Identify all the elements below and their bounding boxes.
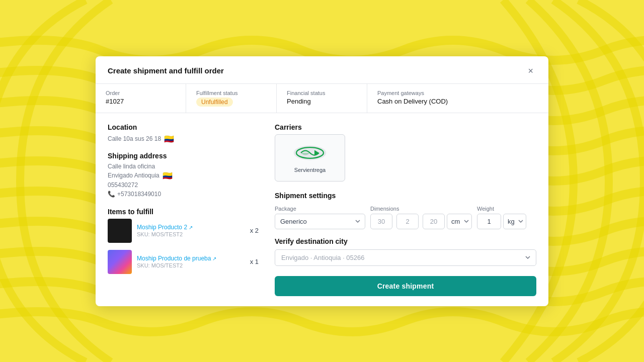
dim3-input[interactable] <box>423 214 445 229</box>
modal-overlay: Create shipment and fulfill order × Orde… <box>0 0 644 362</box>
weight-input[interactable] <box>477 214 501 229</box>
phone-icon: 📞 <box>108 191 115 198</box>
external-link-icon-1: ↗ <box>189 225 193 230</box>
servientrega-logo-svg <box>292 144 328 162</box>
order-info-fulfillment: Fulfillment status Unfulfilled <box>186 84 277 113</box>
weight-field-group: Weight kg <box>477 206 526 229</box>
payment-value: Cash on Delivery (COD) <box>377 98 448 105</box>
items-title: Items to fulfill <box>108 208 259 216</box>
item-name-2[interactable]: Moship Producto de prueba ↗ <box>137 255 245 262</box>
order-label: Order <box>106 90 176 96</box>
item-sku-1: SKU: MOS/TEST2 <box>137 231 245 237</box>
item-row: Moship Producto 2 ↗ SKU: MOS/TEST2 x 2 <box>108 219 259 243</box>
location-section: Location Calle 10a sus 26 18 🇨🇴 <box>108 123 259 144</box>
carrier-card[interactable]: Servientrega <box>275 134 345 182</box>
modal-header: Create shipment and fulfill order × <box>96 56 548 84</box>
external-link-icon-2: ↗ <box>212 256 216 261</box>
item-thumbnail-1 <box>108 219 132 243</box>
shipping-address-section: Shipping address Calle linda oficina Env… <box>108 152 259 198</box>
verify-city-title: Verify destination city <box>275 237 536 245</box>
financial-label: Financial status <box>287 90 357 96</box>
location-title: Location <box>108 123 259 131</box>
modal-body: Location Calle 10a sus 26 18 🇨🇴 Shipping… <box>96 113 548 306</box>
dimensions-field-group: Dimensions cm <box>370 206 472 229</box>
shipping-line2: Envigado Antioquia 🇨🇴 <box>108 171 259 180</box>
location-flag: 🇨🇴 <box>164 134 174 144</box>
shipping-postal: 055430272 <box>108 182 259 189</box>
order-info-bar: Order #1027 Fulfillment status Unfulfill… <box>96 84 548 113</box>
phone-line: 📞 +573018349010 <box>108 191 259 198</box>
item-qty-1: x 2 <box>250 227 259 234</box>
fulfillment-status-badge: Unfulfilled <box>196 98 233 107</box>
item-sku-2: SKU: MOS/TEST2 <box>137 262 245 268</box>
item-thumb-dark-1 <box>108 219 132 243</box>
shipping-address-title: Shipping address <box>108 152 259 160</box>
payment-label: Payment gateways <box>377 90 448 96</box>
modal-dialog: Create shipment and fulfill order × Orde… <box>96 56 548 306</box>
shipping-line1-text: Calle linda oficina <box>108 163 155 170</box>
location-address: Calle 10a sus 26 18 🇨🇴 <box>108 134 259 144</box>
dimensions-inputs: cm <box>370 214 472 229</box>
weight-unit-select[interactable]: kg <box>503 214 526 229</box>
dim2-input[interactable] <box>396 214 419 229</box>
carrier-logo <box>290 143 330 163</box>
carrier-name: Servientrega <box>294 167 326 173</box>
close-button[interactable]: × <box>525 65 536 76</box>
weight-label: Weight <box>477 206 526 212</box>
shipment-settings-section: Shipment settings Package Generico Dimen… <box>275 192 536 229</box>
package-field-group: Package Generico <box>275 206 365 229</box>
shipping-line1: Calle linda oficina <box>108 163 259 170</box>
item-row: Moship Producto de prueba ↗ SKU: MOS/TES… <box>108 250 259 274</box>
item-details-1: Moship Producto 2 ↗ SKU: MOS/TEST2 <box>137 224 245 237</box>
order-info-order: Order #1027 <box>96 84 186 113</box>
verify-city-section: Verify destination city Envigado · Antio… <box>275 237 536 266</box>
dim1-input[interactable] <box>370 214 392 229</box>
order-info-financial: Financial status Pending <box>277 84 367 113</box>
settings-row: Package Generico Dimensions <box>275 206 536 229</box>
city-select[interactable]: Envigado · Antioquia · 05266 <box>275 249 536 266</box>
shipping-postal-text: 055430272 <box>108 182 138 189</box>
item-details-2: Moship Producto de prueba ↗ SKU: MOS/TES… <box>137 255 245 268</box>
package-label: Package <box>275 206 365 212</box>
financial-status: Pending <box>287 98 357 105</box>
item-qty-2: x 1 <box>250 258 259 265</box>
dimensions-label: Dimensions <box>370 206 472 212</box>
order-info-payment: Payment gateways Cash on Delivery (COD) <box>367 84 458 113</box>
weight-inputs: kg <box>477 214 526 229</box>
right-panel: Carriers <box>275 123 536 296</box>
order-number: #1027 <box>106 98 176 105</box>
shipment-settings-title: Shipment settings <box>275 192 536 200</box>
item-thumb-colorful-2 <box>108 250 132 274</box>
carriers-section: Carriers <box>275 123 536 182</box>
item-thumbnail-2 <box>108 250 132 274</box>
shipping-line2-text: Envigado Antioquia <box>108 172 159 179</box>
phone-number: +573018349010 <box>117 191 161 198</box>
item-name-1[interactable]: Moship Producto 2 ↗ <box>137 224 245 231</box>
dim-unit-select[interactable]: cm <box>447 214 472 229</box>
create-shipment-button[interactable]: Create shipment <box>275 276 536 296</box>
package-select[interactable]: Generico <box>275 214 365 229</box>
carriers-title: Carriers <box>275 123 536 131</box>
location-address-text: Calle 10a sus 26 18 <box>108 135 161 142</box>
modal-title: Create shipment and fulfill order <box>108 66 224 75</box>
items-section: Items to fulfill Moship Producto 2 ↗ SKU… <box>108 208 259 274</box>
fulfillment-label: Fulfillment status <box>196 90 266 96</box>
left-panel: Location Calle 10a sus 26 18 🇨🇴 Shipping… <box>108 123 259 296</box>
shipping-flag: 🇨🇴 <box>163 171 173 180</box>
